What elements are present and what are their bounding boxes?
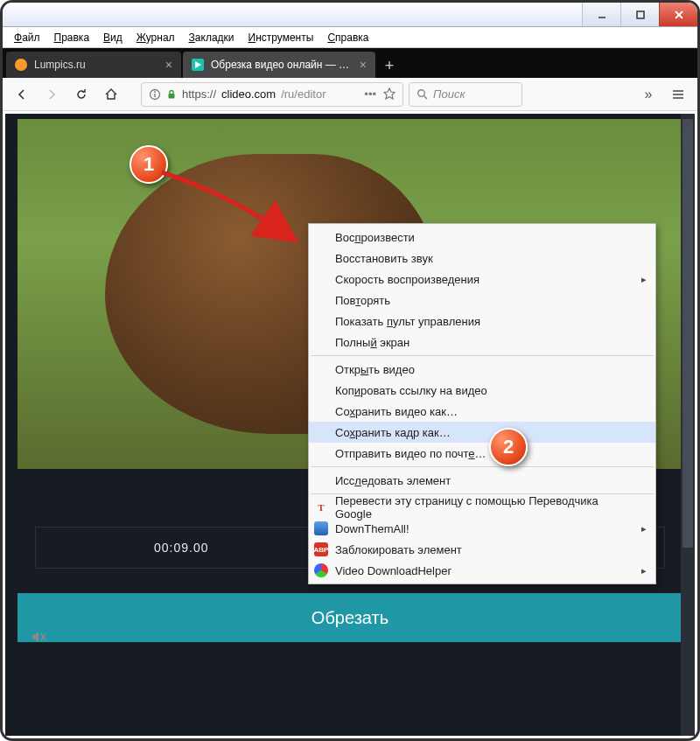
page-scrollbar[interactable] (681, 114, 695, 736)
context-menu-item-label: Полный экран (335, 336, 410, 349)
info-icon (149, 88, 161, 101)
tab-close-icon[interactable]: × (360, 58, 367, 72)
menubar: ФайлПравкаВидЖурналЗакладкиИнструментыСп… (3, 27, 697, 48)
context-menu-item-label: Повторять (335, 294, 390, 307)
callout-2: 2 (489, 428, 528, 466)
context-menu-item[interactable]: Копировать ссылку на видео (309, 380, 655, 401)
cut-button[interactable]: Обрезать (18, 593, 682, 642)
url-path: /ru/editor (281, 87, 326, 101)
titlebar (3, 3, 697, 27)
browser-window: ФайлПравкаВидЖурналЗакладкиИнструментыСп… (0, 0, 700, 741)
context-menu-item-label: Заблокировать элемент (335, 543, 462, 556)
lock-icon (166, 89, 177, 100)
mute-icon[interactable] (30, 628, 47, 648)
context-menu-item[interactable]: ABPЗаблокировать элемент (309, 539, 655, 560)
back-button[interactable] (10, 82, 34, 107)
svg-rect-7 (169, 94, 175, 99)
menubar-item[interactable]: Инструменты (242, 29, 320, 46)
browser-toolbar: https://clideo.com/ru/editor ••• Поиск » (3, 78, 697, 111)
svg-point-6 (154, 91, 156, 93)
context-menu-separator (311, 355, 654, 356)
context-menu-item-label: Сохранить кадр как… (335, 426, 451, 439)
menu-item-icon: ABP (314, 542, 328, 556)
context-menu-item[interactable]: Полный экран (309, 332, 655, 353)
context-menu-item[interactable]: Скорость воспроизведения (309, 269, 655, 290)
context-menu-item[interactable]: Восстановить звук (309, 248, 655, 269)
svg-point-8 (418, 90, 425, 97)
context-menu-item-label: Перевести эту страницу с помощью Перевод… (335, 494, 629, 521)
context-menu-item[interactable]: Исследовать элемент (309, 470, 655, 491)
reload-button[interactable] (69, 82, 94, 107)
context-menu-item-label: Показать пульт управления (335, 315, 480, 328)
menu-item-icon: T (314, 500, 328, 514)
svg-rect-1 (637, 11, 644, 18)
context-menu-item[interactable]: TПеревести эту страницу с помощью Перево… (309, 497, 655, 518)
home-button[interactable] (99, 82, 123, 107)
menubar-item[interactable]: Закладки (183, 29, 241, 46)
window-close-button[interactable] (659, 3, 697, 26)
search-icon (416, 88, 428, 100)
window-maximize-button[interactable] (620, 3, 659, 26)
context-menu-item-label: Исследовать элемент (335, 474, 451, 487)
context-menu-item[interactable]: Отправить видео по почте… (309, 443, 655, 464)
context-menu-separator (311, 466, 654, 467)
menubar-item[interactable]: Журнал (130, 29, 181, 46)
context-menu-item[interactable]: Открыть видео (309, 359, 655, 380)
svg-line-9 (424, 96, 428, 100)
tab-strip: Lumpics.ru×Обрезка видео онлайн — Обр×+ (3, 48, 697, 78)
tab-title: Lumpics.ru (34, 59, 158, 71)
search-placeholder: Поиск (433, 87, 466, 101)
menu-item-icon (314, 563, 328, 577)
context-menu-item[interactable]: Показать пульт управления (309, 311, 655, 332)
context-menu-item[interactable]: Video DownloadHelper (309, 560, 655, 581)
context-menu-item[interactable]: Сохранить кадр как… (309, 422, 655, 443)
context-menu-item-label: Открыть видео (335, 363, 415, 376)
url-host: clideo.com (221, 87, 276, 101)
context-menu-item-label: Скорость воспроизведения (335, 273, 480, 286)
window-minimize-button[interactable] (582, 3, 620, 26)
video-context-menu: ВоспроизвестиВосстановить звукСкорость в… (308, 223, 656, 584)
context-menu-item-label: Восстановить звук (335, 252, 433, 265)
url-scheme: https:// (182, 87, 216, 101)
forward-button[interactable] (39, 82, 64, 107)
new-tab-button[interactable]: + (377, 53, 402, 78)
context-menu-item[interactable]: DownThemAll! (309, 518, 655, 539)
context-menu-item-label: Копировать ссылку на видео (335, 384, 487, 397)
url-bar[interactable]: https://clideo.com/ru/editor ••• (141, 82, 403, 107)
context-menu-item-label: Сохранить видео как… (335, 405, 458, 418)
overflow-button[interactable]: » (636, 82, 661, 107)
context-menu-item[interactable]: Сохранить видео как… (309, 401, 655, 422)
menubar-item[interactable]: Вид (97, 29, 129, 46)
tab-favicon (192, 59, 204, 71)
context-menu-item[interactable]: Повторять (309, 290, 655, 311)
time-from-input[interactable]: 00:09.00 (35, 527, 328, 569)
context-menu-item-label: Воспроизвести (335, 231, 415, 244)
reader-icon[interactable]: ••• (364, 87, 376, 101)
context-menu-item-label: Video DownloadHelper (335, 564, 452, 577)
tab-close-icon[interactable]: × (165, 58, 172, 72)
callout-1: 1 (130, 145, 168, 184)
tab-title: Обрезка видео онлайн — Обр (211, 59, 353, 71)
menubar-item[interactable]: Справка (321, 29, 374, 46)
menu-button[interactable] (666, 82, 690, 107)
tab[interactable]: Обрезка видео онлайн — Обр× (183, 52, 375, 78)
tab-favicon (15, 59, 27, 71)
search-bar[interactable]: Поиск (409, 82, 522, 107)
context-menu-item[interactable]: Воспроизвести (309, 227, 655, 248)
menu-item-icon (314, 521, 328, 535)
menubar-item[interactable]: Файл (8, 29, 46, 46)
tab[interactable]: Lumpics.ru× (6, 52, 181, 78)
bookmark-icon[interactable] (383, 87, 396, 100)
menubar-item[interactable]: Правка (48, 29, 96, 46)
context-menu-item-label: Отправить видео по почте… (335, 447, 486, 460)
context-menu-item-label: DownThemAll! (335, 522, 410, 535)
